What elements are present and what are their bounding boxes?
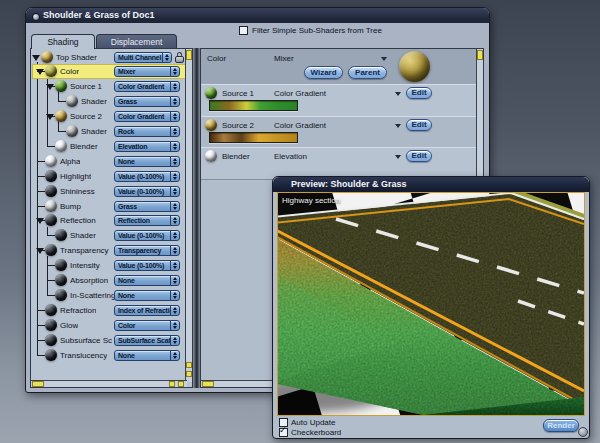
shader-sphere-icon — [45, 304, 57, 316]
disclosure-triangle-icon[interactable] — [32, 55, 40, 61]
shader-type-dropdown[interactable]: Value (0-100%) — [114, 171, 180, 182]
shader-type-dropdown[interactable]: Color Gradient — [114, 111, 180, 122]
shader-type-dropdown[interactable]: Index of Refraction — [114, 305, 180, 316]
tree-row-alpha[interactable]: AlphaNone — [32, 154, 185, 169]
render-viewport[interactable]: Highway section — [277, 192, 585, 416]
checkerboard-checkbox[interactable] — [279, 428, 288, 437]
resize-grip[interactable] — [578, 427, 588, 437]
up-arrow-icon — [173, 217, 177, 220]
shader-type-dropdown[interactable]: None — [114, 290, 180, 301]
up-arrow-icon — [173, 277, 177, 280]
chevron-down-icon[interactable] — [395, 155, 401, 159]
down-arrow-icon — [173, 162, 177, 165]
tree-row-shininess[interactable]: ShininessValue (0-100%) — [32, 184, 185, 199]
shader-type-dropdown[interactable]: Value (0-100%) — [114, 260, 180, 271]
tree-row-shader[interactable]: ShaderGrass — [32, 94, 185, 109]
chevron-down-icon[interactable] — [395, 92, 401, 96]
tree-vertical-scrollbar[interactable] — [185, 49, 192, 382]
preview-title-bar[interactable]: Preview: Shoulder & Grass — [273, 177, 589, 192]
shader-type-dropdown[interactable]: Color — [114, 320, 180, 331]
shader-sphere-icon — [55, 289, 67, 301]
tree-row-color[interactable]: ColorMixer — [32, 64, 185, 79]
tree-row-blender[interactable]: BlenderElevation — [32, 139, 185, 154]
shader-type-dropdown[interactable]: Multi Channel — [114, 52, 172, 63]
scroll-arrow-button[interactable] — [186, 371, 192, 377]
checkerboard-row: Checkerboard — [279, 428, 341, 437]
tree-row-reflection[interactable]: ReflectionReflection — [32, 213, 185, 228]
tree-row-absorption[interactable]: AbsorptionNone — [32, 273, 185, 288]
shader-type-dropdown[interactable]: Reflection — [114, 215, 180, 226]
disclosure-triangle-icon[interactable] — [46, 84, 54, 90]
edit-button[interactable]: Edit — [406, 150, 432, 162]
shader-type-dropdown[interactable]: Color Gradient — [114, 81, 180, 92]
tree-row-shader[interactable]: ShaderValue (0-100%) — [32, 228, 185, 243]
disclosure-triangle-icon[interactable] — [36, 69, 44, 75]
render-button[interactable]: Render — [543, 419, 579, 432]
detail-row-source-2[interactable]: Source 2Color GradientEdit — [201, 116, 476, 149]
scroll-arrow-button[interactable] — [186, 362, 192, 368]
shader-type-dropdown[interactable]: Grass — [114, 96, 180, 107]
detail-row-source-1[interactable]: Source 1Color GradientEdit — [201, 84, 476, 117]
shader-type-dropdown[interactable]: None — [114, 350, 180, 361]
detail-row-blender[interactable]: BlenderElevationEdit — [201, 147, 476, 180]
shader-type-dropdown[interactable]: Grass — [114, 201, 180, 212]
scroll-thumb[interactable] — [186, 50, 192, 60]
tree-row-translucency[interactable]: TranslucencyNone — [32, 348, 185, 363]
tree-row-in-scattering[interactable]: In-ScatteringNone — [32, 288, 185, 303]
disclosure-triangle-icon[interactable] — [36, 248, 44, 254]
scroll-arrow-button[interactable] — [178, 381, 184, 387]
color-gradient-bar[interactable] — [209, 132, 298, 143]
tree-row-source-1[interactable]: Source 1Color Gradient — [32, 79, 185, 94]
up-arrow-icon — [173, 113, 177, 116]
edit-button[interactable]: Edit — [406, 87, 432, 99]
color-gradient-bar[interactable] — [209, 100, 298, 111]
tree-row-highlight[interactable]: HighlightValue (0-100%) — [32, 169, 185, 184]
tree-row-refraction[interactable]: RefractionIndex of Refraction — [32, 303, 185, 318]
parent-button[interactable]: Parent — [348, 66, 387, 79]
shader-type-dropdown[interactable]: Elevation — [114, 141, 180, 152]
disclosure-triangle-icon[interactable] — [46, 114, 54, 120]
tree-row-label: Shader — [81, 127, 107, 136]
tree-row-intensity[interactable]: IntensityValue (0-100%) — [32, 258, 185, 273]
disclosure-triangle-icon[interactable] — [36, 218, 44, 224]
scroll-arrow-button[interactable] — [169, 381, 175, 387]
tree-row-subsurface-sc[interactable]: Subsurface ScSubSurface Scattering — [32, 333, 185, 348]
tree-row-glow[interactable]: GlowColor — [32, 318, 185, 333]
filter-subshaders-checkbox[interactable] — [239, 26, 248, 35]
shader-type-dropdown[interactable]: None — [114, 156, 180, 167]
down-arrow-icon — [173, 266, 177, 269]
tree-row-transparency[interactable]: TransparencyTransparency — [32, 243, 185, 258]
chevron-down-icon[interactable] — [381, 57, 387, 61]
channel-type-label: Mixer — [274, 54, 294, 63]
tree-row-top-shader[interactable]: Top ShaderMulti Channel — [32, 50, 185, 65]
shader-type-dropdown[interactable]: Mixer — [114, 66, 180, 77]
chevron-down-icon[interactable] — [395, 124, 401, 128]
detail-header: Color Mixer Wizard Parent — [201, 49, 476, 85]
window-collapse-icon[interactable] — [32, 13, 40, 21]
scroll-thumb[interactable] — [477, 50, 483, 60]
shader-type-dropdown[interactable]: Value (0-100%) — [114, 186, 180, 197]
wizard-button[interactable]: Wizard — [304, 66, 343, 79]
scroll-thumb[interactable] — [202, 381, 214, 387]
lock-icon — [175, 52, 184, 63]
shader-type-dropdown[interactable]: None — [114, 275, 180, 286]
preview-bottom-bar: Auto Update Checkerboard Render — [273, 415, 589, 438]
main-title-bar[interactable]: Shoulder & Grass of Doc1 — [26, 8, 489, 23]
tab-shading[interactable]: Shading — [31, 34, 95, 49]
tree-connector — [37, 161, 45, 162]
tree-row-source-2[interactable]: Source 2Color Gradient — [32, 109, 185, 124]
shader-sphere-icon — [45, 244, 57, 256]
shader-type-dropdown[interactable]: SubSurface Scattering — [114, 335, 180, 346]
shader-type-dropdown[interactable]: Rock — [114, 126, 180, 137]
scroll-thumb[interactable] — [32, 381, 44, 387]
detail-row-label: Source 1 — [222, 89, 254, 98]
tree-row-bump[interactable]: BumpGrass — [32, 199, 185, 214]
shader-type-dropdown[interactable]: Transparency — [114, 245, 180, 256]
tree-row-shader[interactable]: ShaderRock — [32, 124, 185, 139]
down-arrow-icon — [173, 296, 177, 299]
auto-update-row: Auto Update — [279, 418, 335, 427]
tree-horizontal-scrollbar[interactable] — [31, 380, 187, 387]
tab-displacement[interactable]: Displacement — [96, 34, 177, 49]
shader-type-dropdown[interactable]: Value (0-100%) — [114, 230, 180, 241]
edit-button[interactable]: Edit — [406, 119, 432, 131]
